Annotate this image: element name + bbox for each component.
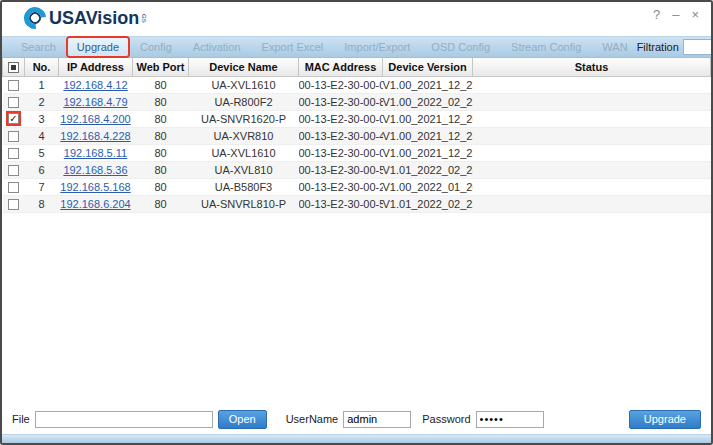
row-checkbox[interactable]: [8, 148, 19, 159]
device-name: UA-XVL1610: [189, 76, 299, 93]
device-version: V1.00_2022_02_22: [383, 93, 473, 110]
row-checkbox[interactable]: [8, 131, 19, 142]
mac-address: 00-13-E2-30-00-51: [299, 161, 383, 178]
ip-address-link[interactable]: 192.168.4.12: [63, 79, 127, 91]
checkbox-wrap: [8, 199, 19, 210]
device-name: UA-XVL810: [189, 161, 299, 178]
checkbox-wrap: [8, 182, 19, 193]
header-checkbox-cell: [3, 58, 25, 76]
device-version: V1.00_2021_12_23: [383, 144, 473, 161]
row-checkbox-cell: [3, 178, 25, 195]
mac-address: 00-13-E2-30-00-0D: [299, 110, 383, 127]
logo-c-icon: [20, 3, 51, 34]
usavision-logo: USAVision GS: [24, 7, 147, 29]
row-checkbox[interactable]: ✓: [8, 113, 19, 124]
checkbox-wrap: [8, 148, 19, 159]
device-version: V1.00_2021_12_20: [383, 110, 473, 127]
ip-address-link[interactable]: 192.168.5.11: [64, 147, 127, 159]
row-number: 8: [25, 195, 59, 212]
logo-usa: USA: [49, 8, 86, 28]
minimize-button[interactable]: –: [672, 8, 679, 22]
row-number: 2: [25, 93, 59, 110]
open-button[interactable]: Open: [218, 410, 267, 429]
tab-wan[interactable]: WAN: [593, 38, 636, 56]
filtration-input[interactable]: [683, 39, 713, 55]
tab-stream-config[interactable]: Stream Config: [502, 38, 590, 56]
status: [473, 127, 711, 144]
checkbox-wrap: [8, 165, 19, 176]
status: [473, 178, 711, 195]
tab-osd-config[interactable]: OSD Config: [422, 38, 499, 56]
table-row: 5192.168.5.1180UA-XVL161000-13-E2-30-00-…: [3, 144, 711, 161]
bottom-strip: [2, 434, 711, 443]
header-device-version: Device Version: [383, 58, 473, 76]
annotation-box: ✓: [8, 113, 19, 124]
row-checkbox[interactable]: [8, 165, 19, 176]
logo-text: USAVision: [49, 8, 139, 29]
tab-search[interactable]: Search: [12, 38, 65, 56]
web-port: 80: [133, 76, 189, 93]
ip-address-cell: 192.168.4.200: [59, 110, 133, 127]
web-port: 80: [133, 144, 189, 161]
tab-config[interactable]: Config: [131, 38, 181, 56]
logo-vision: Vision: [86, 8, 140, 28]
footer-bar: File Open UserName Password Upgrade: [2, 404, 711, 434]
file-path-input[interactable]: [35, 411, 213, 428]
mac-address: 00-13-E2-30-00-8E: [299, 93, 383, 110]
header-ip-address: IP Address: [59, 58, 133, 76]
row-checkbox-cell: [3, 161, 25, 178]
web-port: 80: [133, 161, 189, 178]
checkbox-wrap: [8, 97, 19, 108]
device-version: V1.00_2021_12_23: [383, 76, 473, 93]
file-label: File: [12, 413, 30, 425]
select-all-checkbox[interactable]: [8, 62, 19, 73]
ip-address-cell: 192.168.5.36: [59, 161, 133, 178]
mac-address: 00-13-E2-30-00-01: [299, 144, 383, 161]
row-checkbox-cell: [3, 76, 25, 93]
row-checkbox[interactable]: [8, 199, 19, 210]
checkbox-wrap: [8, 131, 19, 142]
row-checkbox[interactable]: [8, 182, 19, 193]
row-checkbox[interactable]: [8, 80, 19, 91]
ip-address-link[interactable]: 192.168.4.79: [63, 96, 127, 108]
ip-address-link[interactable]: 192.168.4.200: [60, 113, 130, 125]
device-name: UA-SNVR1620-P: [189, 110, 299, 127]
web-port: 80: [133, 127, 189, 144]
device-name: UA-XVL1610: [189, 144, 299, 161]
table-row: ✓3192.168.4.20080UA-SNVR1620-P00-13-E2-3…: [3, 110, 711, 127]
close-button[interactable]: ×: [691, 8, 699, 22]
tab-activation[interactable]: Activation: [184, 38, 250, 56]
username-input[interactable]: [343, 411, 411, 428]
tab-import-export[interactable]: Import/Export: [335, 38, 419, 56]
mac-address: 00-13-E2-30-00-41: [299, 127, 383, 144]
ip-address-link[interactable]: 192.168.5.36: [63, 164, 127, 176]
logo-gs: GS: [141, 14, 147, 23]
tab-export-excel[interactable]: Export Excel: [253, 38, 333, 56]
row-checkbox-cell: [3, 144, 25, 161]
device-name: UA-XVR810: [189, 127, 299, 144]
row-checkbox-cell: [3, 195, 25, 212]
status: [473, 144, 711, 161]
device-table-area: No. IP Address Web Port Device Name MAC …: [2, 58, 711, 404]
help-button[interactable]: ?: [653, 8, 660, 22]
device-table: No. IP Address Web Port Device Name MAC …: [2, 58, 711, 213]
password-input[interactable]: [476, 411, 544, 428]
status: [473, 93, 711, 110]
row-number: 4: [25, 127, 59, 144]
table-header-row: No. IP Address Web Port Device Name MAC …: [3, 58, 711, 76]
status: [473, 76, 711, 93]
header-web-port: Web Port: [133, 58, 189, 76]
ip-address-cell: 192.168.6.204: [59, 195, 133, 212]
tab-upgrade[interactable]: Upgrade: [68, 38, 128, 56]
mac-address: 00-13-E2-30-00-06: [299, 76, 383, 93]
upgrade-button[interactable]: Upgrade: [629, 410, 701, 429]
row-checkbox[interactable]: [8, 97, 19, 108]
row-number: 6: [25, 161, 59, 178]
ip-address-link[interactable]: 192.168.6.204: [60, 198, 130, 210]
password-label: Password: [422, 413, 470, 425]
row-checkbox-cell: ✓: [3, 110, 25, 127]
ip-address-link[interactable]: 192.168.4.228: [60, 130, 130, 142]
tab-strip: SearchUpgradeConfigActivationExport Exce…: [12, 38, 637, 56]
ip-address-link[interactable]: 192.168.5.168: [60, 181, 130, 193]
status: [473, 195, 711, 212]
